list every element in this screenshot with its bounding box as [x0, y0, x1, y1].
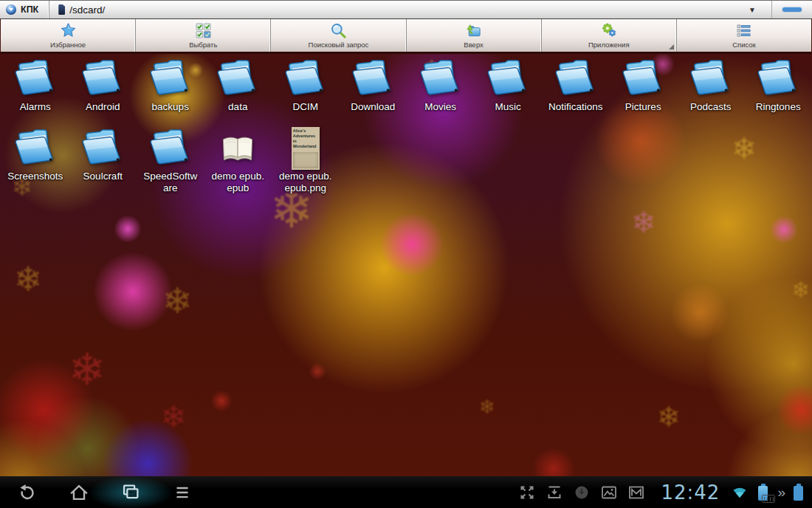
file-item-speedsoftw-are[interactable]: SpeedSoftw are — [137, 129, 204, 194]
list-icon — [735, 22, 752, 39]
toolbar-label: Выбрать — [189, 41, 217, 49]
apps-button[interactable]: Приложения — [542, 19, 677, 52]
home-icon — [68, 481, 90, 504]
folder-icon — [419, 60, 463, 97]
fullscreen-button[interactable] — [518, 484, 536, 501]
file-item-ringtones[interactable]: Ringtones — [745, 60, 812, 113]
screenshot-tray-button[interactable] — [546, 484, 563, 501]
toolbar-label: Поисковый запрос — [309, 41, 369, 49]
file-grid-row-1: AlarmsAndroidbackupsdataDCIMDownloadMovi… — [1, 60, 812, 113]
folder-icon — [486, 60, 530, 97]
app-sphere-icon — [6, 4, 16, 15]
snowflake-decoration: ❄ — [14, 262, 43, 296]
file-label: SpeedSoftw are — [143, 171, 197, 194]
toolbar-label: Избранное — [50, 41, 86, 49]
file-item-alarms[interactable]: Alarms — [1, 60, 69, 113]
file-item-music[interactable]: Music — [475, 60, 543, 113]
snowflake-decoration: ❄ — [631, 207, 656, 237]
file-item-notifications[interactable]: Notifications — [542, 60, 610, 113]
expand-chevrons-icon[interactable]: » — [777, 484, 784, 501]
select-button[interactable]: Выбрать — [136, 19, 271, 52]
file-item-download[interactable]: Download — [340, 60, 407, 113]
status-area: 12:42 » — [518, 481, 812, 504]
file-item-soulcraft[interactable]: Soulcraft — [69, 129, 137, 194]
app-button-label: КПК — [21, 4, 38, 15]
recent-apps-button[interactable] — [118, 480, 143, 505]
file-label: Screenshots — [7, 171, 63, 182]
toolbar-label: Вверх — [464, 41, 484, 49]
file-label: demo epub. epub.png — [279, 171, 331, 194]
file-label: Movies — [424, 101, 456, 113]
home-button[interactable] — [66, 480, 92, 505]
snowflake-decoration: ❄ — [479, 397, 495, 416]
file-label: Android — [86, 101, 120, 113]
wallpaper: ❄ ❄ ❄ ❄ ❄ ❄ ❄ ❄ ❄ ❄ ❄ ❄ AlarmsAndroidbac… — [0, 54, 812, 476]
toolbar-label: Список — [732, 41, 756, 49]
download-notification[interactable] — [573, 484, 591, 501]
file-item-demo-epub-epub-png[interactable]: Alice's Adventures in Wonderlanddemo epu… — [272, 129, 340, 194]
gallery-notification[interactable] — [600, 484, 618, 501]
menu-icon — [171, 481, 193, 504]
folder-icon — [80, 129, 125, 166]
root-explorer-screen: КПК /sdcard/ ▼ Избранное — [0, 0, 812, 508]
folder-icon — [689, 60, 733, 97]
snowflake-decoration: ❄ — [69, 348, 106, 392]
system-bar: 12:42 » — [0, 476, 812, 508]
file-label: Soulcraft — [83, 171, 123, 182]
navigation-buttons — [0, 480, 195, 505]
gmail-icon — [627, 484, 645, 501]
file-item-data[interactable]: data — [204, 60, 272, 113]
file-item-android[interactable]: Android — [69, 60, 137, 113]
folder-icon — [756, 60, 800, 97]
file-item-movies[interactable]: Movies — [407, 60, 475, 113]
gallery-icon — [600, 484, 618, 501]
file-item-demo-epub-epub[interactable]: demo epub. epub — [204, 129, 272, 194]
download-circle-icon — [573, 484, 591, 501]
file-grid-row-2: ScreenshotsSoulcraftSpeedSoftw aredemo e… — [1, 129, 812, 194]
favorites-button[interactable]: Избранное — [1, 19, 136, 52]
scrollbar-thumb[interactable] — [782, 7, 802, 12]
file-item-dcim[interactable]: DCIM — [272, 60, 340, 113]
file-label: backups — [152, 101, 189, 113]
file-label: Music — [495, 101, 521, 113]
folder-icon — [13, 60, 58, 97]
gears-icon — [600, 22, 617, 39]
folder-icon — [283, 60, 328, 97]
file-item-screenshots[interactable]: Screenshots — [1, 129, 69, 194]
back-button[interactable] — [15, 480, 40, 505]
screenshot-tray-icon — [546, 484, 563, 501]
list-view-button[interactable]: Список — [677, 19, 811, 52]
current-path[interactable]: /sdcard/ — [49, 1, 114, 18]
wifi-icon — [731, 483, 749, 501]
path-text: /sdcard/ — [69, 4, 105, 16]
file-item-backups[interactable]: backups — [137, 60, 204, 113]
thumbnail-title: Alice's Adventures in Wonderland — [293, 128, 318, 150]
star-icon — [60, 22, 77, 39]
snowflake-decoration: ❄ — [162, 284, 192, 319]
file-label: demo epub. epub — [212, 171, 264, 194]
clock[interactable]: 12:42 — [661, 481, 720, 504]
file-item-pictures[interactable]: Pictures — [610, 60, 678, 113]
folder-icon — [148, 60, 193, 97]
recent-apps-icon — [120, 481, 142, 504]
battery-status[interactable] — [758, 484, 768, 501]
thumbnail: Alice's Adventures in Wonderland — [292, 127, 320, 170]
up-button[interactable]: Вверх — [407, 19, 542, 52]
path-history-dropdown[interactable]: ▼ — [733, 1, 771, 18]
file-item-podcasts[interactable]: Podcasts — [677, 60, 745, 113]
toolbar-label: Приложения — [588, 41, 630, 49]
submenu-corner-indicator — [669, 44, 674, 49]
menu-button[interactable] — [170, 480, 195, 505]
file-label: data — [228, 101, 247, 113]
folder-up-icon — [465, 22, 482, 39]
checkbox-grid-icon — [195, 22, 212, 39]
keyboard-icon — [762, 495, 775, 503]
wifi-status[interactable] — [731, 484, 749, 501]
gmail-notification[interactable] — [627, 484, 645, 501]
folder-icon — [148, 129, 193, 166]
battery-icon-2 — [794, 486, 803, 501]
epub-book-icon — [216, 129, 260, 166]
app-menu-button[interactable]: КПК — [0, 1, 49, 18]
folder-icon — [621, 60, 665, 97]
search-button[interactable]: Поисковый запрос — [271, 19, 406, 52]
